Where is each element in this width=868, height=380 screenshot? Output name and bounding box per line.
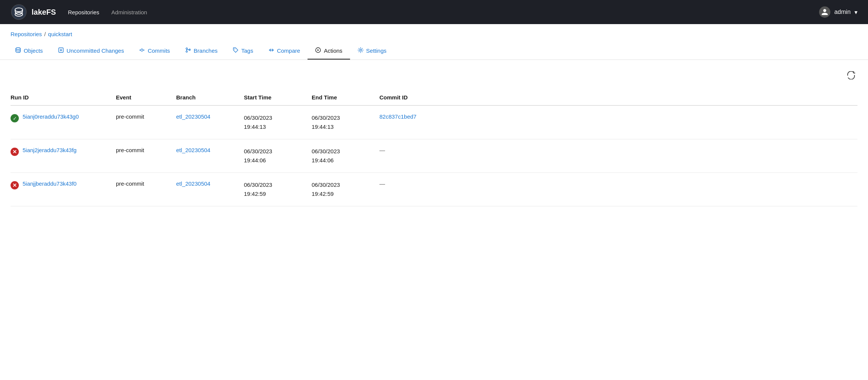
tab-objects[interactable]: Objects bbox=[8, 43, 50, 60]
tab-tags-label: Tags bbox=[241, 47, 253, 54]
run-id-cell: ✓5ianj0reraddu73k43g0 bbox=[11, 105, 116, 139]
tab-objects-label: Objects bbox=[24, 47, 43, 54]
tab-actions-label: Actions bbox=[324, 47, 342, 54]
svg-point-13 bbox=[359, 49, 361, 51]
branch-cell: etl_20230504 bbox=[176, 139, 244, 173]
run-id-link[interactable]: 5ianj2jeraddu73k43fg bbox=[23, 147, 76, 153]
tab-branches[interactable]: Branches bbox=[178, 43, 225, 60]
branch-link[interactable]: etl_20230504 bbox=[176, 113, 210, 120]
person-icon bbox=[821, 8, 828, 16]
branch-cell: etl_20230504 bbox=[176, 105, 244, 139]
col-end-time: End Time bbox=[312, 90, 379, 105]
end-time-cell: 06/30/202319:44:06 bbox=[312, 139, 379, 173]
event-cell: pre-commit bbox=[116, 139, 176, 173]
svg-point-9 bbox=[186, 51, 187, 52]
end-time-cell: 06/30/202319:44:13 bbox=[312, 105, 379, 139]
tab-bar: Objects Uncommitted Changes Commits bbox=[0, 43, 868, 60]
tab-commits-label: Commits bbox=[148, 47, 170, 54]
table-row: ✕5ianjjberaddu73k43f0pre-commitetl_20230… bbox=[11, 173, 857, 206]
branch-link[interactable]: etl_20230504 bbox=[176, 180, 210, 187]
commit-id-dash: — bbox=[379, 180, 385, 187]
commit-id-cell: 82c837c1bed7 bbox=[379, 105, 857, 139]
tab-settings[interactable]: Settings bbox=[350, 43, 394, 60]
breadcrumb-separator: / bbox=[44, 31, 46, 37]
tab-uncommitted[interactable]: Uncommitted Changes bbox=[50, 43, 132, 60]
tab-settings-label: Settings bbox=[366, 47, 387, 54]
tab-uncommitted-label: Uncommitted Changes bbox=[67, 47, 124, 54]
navbar: lakeFS Repositories Administration admin… bbox=[0, 0, 868, 24]
user-name: admin bbox=[834, 9, 851, 15]
svg-point-11 bbox=[234, 49, 235, 50]
col-run-id: Run ID bbox=[11, 90, 116, 105]
refresh-icon bbox=[847, 71, 855, 79]
table-row: ✓5ianj0reraddu73k43g0pre-commitetl_20230… bbox=[11, 105, 857, 139]
commit-id-link[interactable]: 82c837c1bed7 bbox=[379, 113, 416, 120]
brand-name: lakeFS bbox=[32, 8, 56, 17]
start-time-cell: 06/30/202319:44:06 bbox=[244, 139, 312, 173]
table-row: ✕5ianj2jeraddu73k43fgpre-commitetl_20230… bbox=[11, 139, 857, 173]
run-id-cell: ✕5ianjjberaddu73k43f0 bbox=[11, 173, 116, 206]
status-error-icon: ✕ bbox=[11, 148, 19, 156]
branch-link[interactable]: etl_20230504 bbox=[176, 147, 210, 153]
objects-tab-icon bbox=[15, 47, 21, 54]
table-header: Run ID Event Branch Start Time End Time … bbox=[11, 90, 857, 105]
breadcrumb-quickstart[interactable]: quickstart bbox=[48, 31, 72, 37]
tab-commits[interactable]: Commits bbox=[131, 43, 177, 60]
tags-tab-icon bbox=[233, 47, 239, 54]
start-time-cell: 06/30/202319:44:13 bbox=[244, 105, 312, 139]
commit-id-cell: — bbox=[379, 139, 857, 173]
table-body: ✓5ianj0reraddu73k43g0pre-commitetl_20230… bbox=[11, 105, 857, 206]
actions-tab-icon bbox=[315, 47, 321, 54]
col-commit-id: Commit ID bbox=[379, 90, 857, 105]
col-start-time: Start Time bbox=[244, 90, 312, 105]
branches-tab-icon bbox=[185, 47, 191, 54]
lakefs-logo-icon bbox=[11, 4, 27, 20]
settings-tab-icon bbox=[358, 47, 364, 54]
tab-branches-label: Branches bbox=[194, 47, 218, 54]
user-avatar-icon bbox=[819, 6, 830, 18]
navbar-user[interactable]: admin ▾ bbox=[819, 6, 857, 18]
nav-repositories[interactable]: Repositories bbox=[68, 9, 99, 15]
svg-point-3 bbox=[16, 48, 20, 50]
breadcrumb-repositories[interactable]: Repositories bbox=[11, 31, 42, 37]
commit-id-dash: — bbox=[379, 147, 385, 153]
refresh-button[interactable] bbox=[845, 69, 857, 84]
tab-tags[interactable]: Tags bbox=[225, 43, 261, 60]
navbar-left: lakeFS Repositories Administration bbox=[11, 4, 147, 20]
event-cell: pre-commit bbox=[116, 173, 176, 206]
svg-point-8 bbox=[186, 48, 187, 49]
tab-compare[interactable]: Compare bbox=[261, 43, 308, 60]
tab-actions[interactable]: Actions bbox=[308, 43, 350, 60]
tab-compare-label: Compare bbox=[277, 47, 300, 54]
run-id-cell: ✕5ianj2jeraddu73k43fg bbox=[11, 139, 116, 173]
branch-cell: etl_20230504 bbox=[176, 173, 244, 206]
commits-tab-icon bbox=[139, 47, 145, 54]
event-cell: pre-commit bbox=[116, 105, 176, 139]
end-time-cell: 06/30/202319:42:59 bbox=[312, 173, 379, 206]
compare-tab-icon bbox=[268, 47, 274, 54]
run-id-link[interactable]: 5ianj0reraddu73k43g0 bbox=[23, 113, 79, 120]
col-event: Event bbox=[116, 90, 176, 105]
refresh-area bbox=[11, 69, 857, 84]
status-error-icon: ✕ bbox=[11, 181, 19, 189]
run-id-link[interactable]: 5ianjjberaddu73k43f0 bbox=[23, 180, 76, 187]
status-success-icon: ✓ bbox=[11, 114, 19, 122]
actions-table: Run ID Event Branch Start Time End Time … bbox=[11, 90, 857, 206]
start-time-cell: 06/30/202319:42:59 bbox=[244, 173, 312, 206]
commit-id-cell: — bbox=[379, 173, 857, 206]
brand[interactable]: lakeFS bbox=[11, 4, 56, 20]
col-branch: Branch bbox=[176, 90, 244, 105]
svg-point-5 bbox=[141, 49, 143, 51]
user-dropdown-icon[interactable]: ▾ bbox=[854, 9, 857, 16]
breadcrumb: Repositories / quickstart bbox=[0, 24, 868, 37]
uncommitted-tab-icon bbox=[58, 47, 64, 54]
main-content: Run ID Event Branch Start Time End Time … bbox=[0, 60, 868, 215]
nav-administration[interactable]: Administration bbox=[111, 9, 147, 15]
